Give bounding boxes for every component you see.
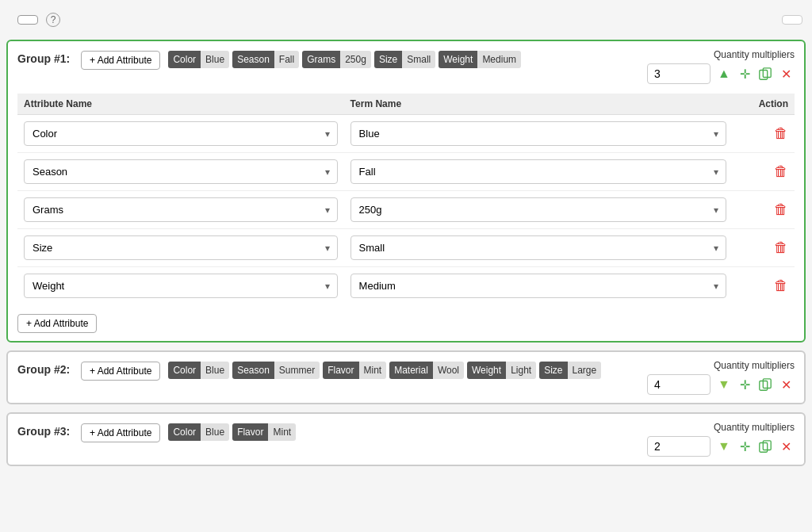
- move-icon-group1[interactable]: ✛: [736, 65, 753, 82]
- move-icon-group3[interactable]: ✛: [736, 438, 753, 455]
- attr-select-group1-4[interactable]: ColorSeasonGramsSizeWeightFlavorMaterial: [24, 274, 338, 298]
- group-right-group3: Quantity multipliers ▼ ✛ ✕: [647, 422, 795, 457]
- qty-label-group2: Quantity multipliers: [714, 360, 795, 371]
- delete-group-icon-group2[interactable]: ✕: [777, 376, 795, 393]
- attr-select-group1-3[interactable]: ColorSeasonGramsSizeWeightFlavorMaterial: [24, 235, 338, 260]
- tag-name-group3-1: Flavor: [232, 423, 268, 441]
- group-label-group1: Group #1:: [17, 49, 73, 65]
- attr-select-wrap-group1-0: ColorSeasonGramsSizeWeightFlavorMaterial: [24, 121, 338, 146]
- group-header-group3: Group #3: + Add Attribute Color Blue Fla…: [17, 422, 795, 457]
- action-icons-group1: ▲ ✛ ✕: [715, 65, 795, 82]
- table-row-group1-0: ColorSeasonGramsSizeWeightFlavorMaterial…: [17, 115, 795, 153]
- tag-name-group2-4: Weight: [467, 362, 506, 379]
- add-attr-button-group2[interactable]: + Add Attribute: [81, 362, 160, 381]
- col-header-attr: Attribute Name: [17, 94, 344, 115]
- qty-input-group3[interactable]: [647, 436, 710, 457]
- term-select-group1-4[interactable]: LightMediumHeavy: [350, 274, 726, 298]
- qty-label-group1: Quantity multipliers: [714, 49, 795, 60]
- qty-input-group1[interactable]: [647, 63, 710, 84]
- term-select-group1-3[interactable]: SmallMediumLargeXL: [350, 235, 726, 260]
- term-select-group1-1[interactable]: FallSpringSummerWinter: [350, 159, 726, 184]
- top-bar-left: ?: [10, 13, 60, 27]
- term-select-wrap-group1-4: LightMediumHeavy: [350, 274, 726, 298]
- move-down-icon-group3[interactable]: ▼: [715, 438, 733, 455]
- tag-value-group3-1: Mint: [268, 423, 296, 441]
- add-group-button[interactable]: [17, 15, 38, 25]
- page-container: ? Group #1: + Add Attribute Color Blue S…: [0, 0, 812, 532]
- top-bar: ?: [6, 6, 806, 33]
- tag-value-group1-3: Small: [402, 51, 435, 68]
- tag-value-group2-3: Wool: [433, 362, 464, 379]
- add-attr-button-group3[interactable]: + Add Attribute: [81, 423, 160, 442]
- delete-row-icon-group1-4[interactable]: 🗑: [739, 277, 788, 294]
- col-header-term: Term Name: [344, 94, 733, 115]
- group-card-group1: Group #1: + Add Attribute Color Blue Sea…: [6, 40, 806, 343]
- qty-label-group3: Quantity multipliers: [714, 422, 795, 433]
- qty-row-group1: ▲ ✛ ✕: [647, 63, 795, 84]
- term-select-group1-0[interactable]: BlueRedGreen: [350, 121, 726, 146]
- term-select-wrap-group1-3: SmallMediumLargeXL: [350, 235, 726, 260]
- tag-group1-4: Weight Medium: [439, 51, 521, 68]
- add-attr-bottom-button-group1[interactable]: + Add Attribute: [17, 314, 97, 333]
- copy-icon-group1[interactable]: [756, 65, 774, 82]
- expand-all-button[interactable]: [782, 15, 802, 25]
- action-icons-group3: ▼ ✛ ✕: [715, 438, 795, 455]
- help-icon[interactable]: ?: [46, 13, 60, 27]
- group-card-group3: Group #3: + Add Attribute Color Blue Fla…: [6, 412, 806, 466]
- term-select-wrap-group1-1: FallSpringSummerWinter: [350, 159, 726, 184]
- tag-name-group1-3: Size: [374, 51, 402, 68]
- delete-row-icon-group1-0[interactable]: 🗑: [739, 125, 788, 142]
- tag-name-group2-1: Season: [232, 362, 274, 379]
- tag-group2-3: Material Wool: [389, 362, 464, 379]
- tag-name-group1-4: Weight: [439, 51, 477, 68]
- tag-value-group1-0: Blue: [201, 51, 229, 68]
- qty-input-group2[interactable]: [647, 374, 710, 395]
- group-header-group1: Group #1: + Add Attribute Color Blue Sea…: [17, 49, 795, 84]
- attr-select-wrap-group1-4: ColorSeasonGramsSizeWeightFlavorMaterial: [24, 274, 338, 298]
- delete-group-icon-group3[interactable]: ✕: [777, 438, 795, 455]
- group-card-group2: Group #2: + Add Attribute Color Blue Sea…: [6, 350, 806, 404]
- tag-group2-0: Color Blue: [168, 362, 229, 379]
- attr-select-wrap-group1-2: ColorSeasonGramsSizeWeightFlavorMaterial: [24, 197, 338, 222]
- delete-row-icon-group1-1[interactable]: 🗑: [739, 163, 788, 180]
- group-label-group2: Group #2:: [17, 360, 73, 376]
- tag-name-group2-3: Material: [389, 362, 433, 379]
- attr-select-group1-2[interactable]: ColorSeasonGramsSizeWeightFlavorMaterial: [24, 197, 338, 222]
- attr-select-group1-1[interactable]: ColorSeasonGramsSizeWeightFlavorMaterial: [24, 159, 338, 184]
- move-down-icon-group2[interactable]: ▼: [715, 376, 733, 393]
- tag-value-group2-4: Light: [506, 362, 536, 379]
- tag-group2-1: Season Summer: [232, 362, 320, 379]
- copy-icon-group3[interactable]: [756, 438, 774, 455]
- tag-group1-2: Grams 250g: [302, 51, 371, 68]
- group-header-group2: Group #2: + Add Attribute Color Blue Sea…: [17, 360, 795, 395]
- move-up-icon-group1[interactable]: ▲: [715, 65, 733, 82]
- qty-row-group3: ▼ ✛ ✕: [647, 436, 795, 457]
- table-row-group1-3: ColorSeasonGramsSizeWeightFlavorMaterial…: [17, 229, 795, 267]
- tag-group2-5: Size Large: [539, 362, 601, 379]
- term-select-group1-2[interactable]: 100g250g500g1000g: [350, 197, 726, 222]
- group-label-group3: Group #3:: [17, 422, 73, 438]
- tag-group2-2: Flavor Mint: [323, 362, 386, 379]
- tag-name-group1-2: Grams: [302, 51, 340, 68]
- tag-name-group2-0: Color: [168, 362, 201, 379]
- tag-container-group2: Color Blue Season Summer Flavor Mint Mat…: [168, 360, 639, 379]
- delete-group-icon-group1[interactable]: ✕: [777, 65, 795, 82]
- tag-value-group2-5: Large: [568, 362, 602, 379]
- tag-value-group1-1: Fall: [274, 51, 299, 68]
- tag-value-group1-4: Medium: [477, 51, 521, 68]
- attr-select-wrap-group1-1: ColorSeasonGramsSizeWeightFlavorMaterial: [24, 159, 338, 184]
- tag-group3-1: Flavor Mint: [232, 423, 296, 441]
- tag-group1-3: Size Small: [374, 51, 435, 68]
- term-select-wrap-group1-0: BlueRedGreen: [350, 121, 726, 146]
- tag-name-group2-2: Flavor: [323, 362, 358, 379]
- copy-icon-group2[interactable]: [756, 376, 774, 393]
- tag-name-group3-0: Color: [168, 423, 201, 441]
- move-icon-group2[interactable]: ✛: [736, 376, 753, 393]
- delete-row-icon-group1-3[interactable]: 🗑: [739, 239, 788, 256]
- attr-table-group1: Attribute Name Term Name Action ColorSea…: [17, 94, 795, 304]
- delete-row-icon-group1-2[interactable]: 🗑: [739, 201, 788, 218]
- tag-name-group2-5: Size: [539, 362, 567, 379]
- action-icons-group2: ▼ ✛ ✕: [715, 376, 795, 393]
- attr-select-group1-0[interactable]: ColorSeasonGramsSizeWeightFlavorMaterial: [24, 121, 338, 146]
- add-attr-button-group1[interactable]: + Add Attribute: [81, 51, 160, 70]
